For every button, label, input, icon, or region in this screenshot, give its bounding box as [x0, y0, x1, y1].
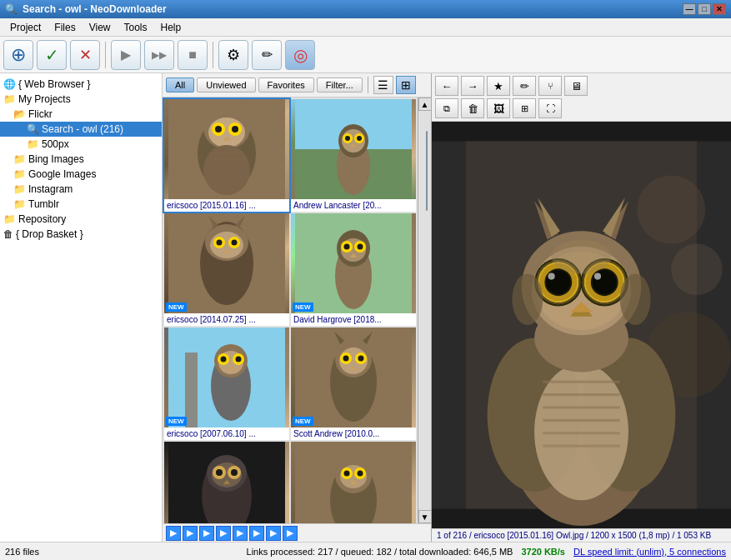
sidebar-item-500px[interactable]: 📁 500px	[0, 137, 162, 152]
statusbar-middle: Links processed: 217 / queued: 182 / tot…	[247, 547, 513, 557]
prev-edit-button[interactable]: ✏	[513, 76, 536, 96]
view-grid-button[interactable]: ⊞	[396, 76, 416, 94]
thumb-img-5: NEW	[164, 328, 289, 428]
sidebar-item-label: Bing Images	[28, 153, 84, 165]
thumb-cell-4[interactable]: NEW David Hargrove [2018...	[291, 213, 416, 326]
svg-point-81	[358, 471, 363, 477]
svg-point-85	[637, 176, 705, 244]
sidebar-item-google[interactable]: 📁 Google Images	[0, 167, 162, 182]
svg-point-72	[231, 469, 238, 476]
sidebar-item-drop-basket[interactable]: 🗑 { Drop Basket }	[0, 227, 162, 242]
thumb-scroll-area[interactable]: ericsoco [2015.01.16] ...	[163, 98, 418, 523]
filter-unviewed-button[interactable]: Unviewed	[197, 78, 255, 92]
statusbar-right: 3720 KB/s DL speed limit: (unlim), 5 con…	[521, 547, 726, 557]
thumb-cell-8[interactable]: NEW	[291, 442, 416, 523]
thumb-img-1	[164, 99, 289, 199]
edit-button[interactable]: ✏	[252, 40, 282, 70]
menu-files[interactable]: Files	[48, 20, 82, 35]
thumb-img-8: NEW	[291, 442, 416, 523]
svg-point-22	[357, 136, 362, 141]
filter-custom-button[interactable]: Filter...	[317, 78, 363, 92]
prev-copy-button[interactable]: ⧉	[435, 98, 458, 118]
scroll-thumb[interactable]	[426, 131, 428, 211]
svg-point-125	[512, 273, 543, 325]
dl-limit-link[interactable]: DL speed limit: (unlim), 5 connections	[573, 547, 726, 557]
thumb-cell-2[interactable]: Andrew Lancaster [20...	[291, 99, 416, 212]
sidebar-item-label: Instagram	[28, 183, 73, 195]
menu-view[interactable]: View	[83, 20, 118, 35]
thumb-cell-5[interactable]: NEW ericsoco [2007.06.10] ...	[164, 328, 289, 440]
sidebar-item-search-owl[interactable]: 🔍 Search - owl (216)	[0, 122, 162, 137]
svg-point-33	[232, 240, 238, 246]
maximize-button[interactable]: □	[698, 3, 711, 15]
statusbar: 216 files Links processed: 217 / queued:…	[0, 542, 731, 560]
play-button[interactable]: ▶	[111, 40, 141, 70]
stop-button[interactable]: ■	[178, 40, 208, 70]
sidebar-item-repository[interactable]: 📁 Repository	[0, 212, 162, 227]
prev-forward-button[interactable]: →	[461, 76, 484, 96]
svg-point-9	[232, 126, 238, 132]
thumb-cell-3[interactable]: NEW ericsoco [2014.07.25] ...	[164, 213, 289, 326]
thumb-cell-1[interactable]: ericsoco [2015.01.16] ...	[164, 99, 289, 212]
sidebar-item-flickr[interactable]: 📂 Flickr	[0, 107, 162, 122]
svg-point-20	[345, 136, 350, 141]
bot-icon-4[interactable]: ▶	[216, 526, 231, 541]
svg-point-31	[217, 240, 223, 246]
minimize-button[interactable]: —	[683, 3, 696, 15]
sidebar-item-instagram[interactable]: 📁 Instagram	[0, 182, 162, 197]
svg-point-61	[343, 356, 349, 362]
prev-share-button[interactable]: ⑂	[538, 76, 562, 96]
sidebar-item-my-projects[interactable]: 📁 My Projects	[0, 92, 162, 107]
thumb-scroll-wrapper: ericsoco [2015.01.16] ...	[163, 98, 431, 523]
prev-crop-button[interactable]: ⊞	[513, 98, 536, 118]
thumb-cell-7[interactable]: NEW	[164, 442, 289, 523]
bot-icon-3[interactable]: ▶	[199, 526, 214, 541]
prev-back-button[interactable]: ←	[435, 76, 458, 96]
sidebar-item-web-browser[interactable]: 🌐 { Web Browser }	[0, 77, 162, 92]
menu-tools[interactable]: Tools	[118, 20, 154, 35]
svg-rect-95	[543, 419, 619, 422]
folder-open-icon: 📂	[13, 108, 26, 120]
settings-button[interactable]: ⚙	[218, 40, 248, 70]
sidebar-item-bing[interactable]: 📁 Bing Images	[0, 152, 162, 167]
menu-help[interactable]: Help	[154, 20, 188, 35]
basket-icon: 🗑	[3, 228, 13, 240]
prev-star-button[interactable]: ★	[487, 76, 510, 96]
thumb-svg-7	[164, 442, 289, 523]
sidebar-item-label: Flickr	[28, 108, 53, 120]
bot-icon-7[interactable]: ▶	[266, 526, 281, 541]
preview-status: 1 of 216 / ericsoco [2015.01.16] Owl.jpg…	[432, 528, 731, 542]
svg-point-42	[358, 244, 363, 250]
filter-favorites-button[interactable]: Favorites	[258, 78, 314, 92]
prev-fullscreen-button[interactable]: ⛶	[538, 98, 562, 118]
view-list-button[interactable]: ☰	[373, 76, 393, 94]
globe-icon: 🌐	[3, 78, 16, 90]
svg-rect-94	[543, 406, 619, 408]
bot-icon-1[interactable]: ▶	[166, 526, 181, 541]
prev-image-button[interactable]: 🖼	[487, 98, 510, 118]
svg-point-70	[216, 469, 223, 476]
bot-icon-6[interactable]: ▶	[249, 526, 264, 541]
thumb-cell-6[interactable]: NEW Scott Andrew [2010.0...	[291, 328, 416, 440]
check-button[interactable]: ✓	[37, 40, 67, 70]
filter-all-button[interactable]: All	[166, 78, 194, 92]
close-button[interactable]: ✕	[713, 3, 726, 15]
bot-icon-8[interactable]: ▶	[283, 526, 298, 541]
prev-delete-button[interactable]: 🗑	[461, 98, 484, 118]
filter-separator	[368, 77, 368, 93]
sidebar-item-tumblr[interactable]: 📁 Tumblr	[0, 197, 162, 212]
cancel-button[interactable]: ✕	[70, 40, 100, 70]
thumb-img-4: NEW	[291, 213, 416, 313]
play-all-button[interactable]: ▶▶	[144, 40, 174, 70]
thumb-grid: ericsoco [2015.01.16] ...	[163, 98, 418, 523]
scroll-up-arrow[interactable]: ▲	[418, 98, 432, 111]
add-button[interactable]: ⊕	[3, 40, 33, 70]
preview-nav-row: ← → ★ ✏ ⑂ 🖥	[435, 76, 728, 96]
bot-icon-2[interactable]: ▶	[183, 526, 198, 541]
thumb-scrollbar[interactable]: ▲ ▼	[418, 98, 431, 523]
menu-project[interactable]: Project	[3, 20, 48, 35]
prev-monitor-button[interactable]: 🖥	[564, 76, 588, 96]
scroll-down-arrow[interactable]: ▼	[418, 510, 432, 523]
bot-icon-5[interactable]: ▶	[233, 526, 248, 541]
target-button[interactable]: ◎	[285, 40, 315, 70]
